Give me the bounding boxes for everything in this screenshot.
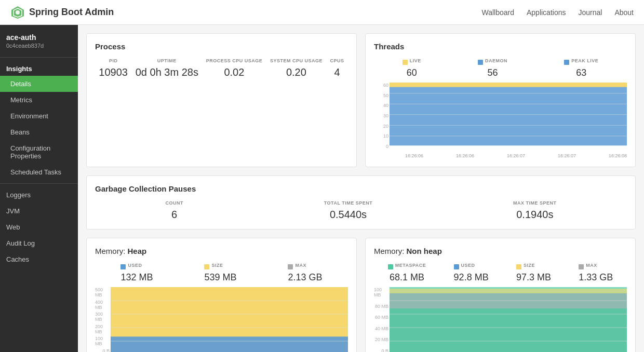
metric-uptime-value: 0d 0h 3m 28s: [136, 66, 198, 78]
metric-gc-max-label: MAX TIME SPENT: [513, 200, 557, 206]
heap-chart-svg: [111, 287, 348, 352]
threads-peak-label: PEAK LIVE: [571, 58, 598, 63]
heap-size-value: 539 MB: [204, 272, 236, 283]
metric-gc-total-value: 0.5440s: [324, 209, 373, 221]
heap-used-label: USED: [128, 263, 142, 268]
threads-y-axis: 60 50 40 30 20 10 0: [374, 83, 390, 149]
nonheap-metaspace: METASPACE 68.1 MB: [388, 263, 426, 283]
heap-used-dot: [120, 264, 126, 269]
nonheap-max: MAX 1.33 GB: [579, 263, 613, 283]
sidebar-item-config-props[interactable]: Configuration Properties: [0, 140, 78, 164]
sidebar-section-insights: Insights: [0, 58, 78, 76]
nonheap-metaspace-value: 68.1 MB: [388, 272, 426, 283]
heap-title-prefix: Memory:: [95, 247, 128, 255]
nonheap-legend: METASPACE 68.1 MB USED 92.8 MB SIZE: [374, 263, 627, 283]
sidebar-item-loggers[interactable]: Loggers: [0, 187, 78, 203]
gc-metrics: COUNT 6 TOTAL TIME SPENT 0.5440s MAX TIM…: [95, 200, 627, 221]
metric-process-cpu-value: 0.02: [206, 66, 263, 78]
nav-journal[interactable]: Journal: [578, 8, 602, 17]
nonheap-used-value: 92.8 MB: [454, 272, 489, 283]
sidebar: ace-auth 0c4ceaeb837d Insights Details M…: [0, 25, 78, 352]
brand: Spring Boot Admin: [10, 5, 114, 20]
heap-max: MAX 2.13 GB: [288, 263, 322, 283]
threads-daemon-value: 56: [478, 67, 507, 78]
card-gc: Garbage Collection Pauses COUNT 6 TOTAL …: [86, 175, 636, 229]
sidebar-item-scheduled-tasks[interactable]: Scheduled Tasks: [0, 164, 78, 180]
heap-y-axis: 500 MB 400 MB 300 MB 200 MB 100 MB 0 B: [95, 287, 111, 352]
sidebar-item-beans[interactable]: Beans: [0, 124, 78, 140]
sidebar-item-metrics[interactable]: Metrics: [0, 92, 78, 108]
threads-chart-wrap: 60 50 40 30 20 10 0: [374, 83, 627, 158]
nonheap-y-axis: 100 MB 80 MB 60 MB 40 MB 20 MB 0 B: [374, 287, 390, 352]
metric-system-cpu-label: SYSTEM CPU USAGE: [270, 58, 323, 63]
process-metrics: PID 10903 UPTIME 0d 0h 3m 28s PROCESS CP…: [95, 58, 348, 78]
metric-pid-label: PID: [99, 58, 128, 63]
sidebar-item-caches[interactable]: Caches: [0, 251, 78, 267]
sidebar-id: 0c4ceaeb837d: [6, 43, 72, 49]
card-nonheap: Memory: Non heap METASPACE 68.1 MB USED …: [365, 238, 636, 352]
sidebar-item-jvm[interactable]: JVM: [0, 203, 78, 219]
nav-about[interactable]: About: [614, 8, 634, 17]
sidebar-item-environment[interactable]: Environment: [0, 108, 78, 124]
heap-used: USED 132 MB: [120, 263, 153, 283]
heap-used-value: 132 MB: [120, 272, 153, 283]
threads-live-value: 60: [403, 67, 421, 78]
heap-size: SIZE 539 MB: [204, 263, 236, 283]
peak-dot: [564, 60, 569, 65]
nonheap-title: Memory: Non heap: [374, 247, 627, 255]
nonheap-chart-inner: 16:26:06 16:26:06 16:26:07 16:26:07 16:2…: [390, 287, 627, 352]
heap-chart-inner: 16:26:06 16:26:06 16:26:07 16:26:07 16:2…: [111, 287, 348, 352]
nonheap-chart-wrap: 100 MB 80 MB 60 MB 40 MB 20 MB 0 B: [374, 287, 627, 352]
layout: ace-auth 0c4ceaeb837d Insights Details M…: [0, 25, 644, 352]
metric-process-cpu: PROCESS CPU USAGE 0.02: [206, 58, 263, 78]
nonheap-size: SIZE 97.3 MB: [516, 263, 551, 283]
heap-title: Memory: Heap: [95, 247, 348, 255]
sidebar-item-audit-log[interactable]: Audit Log: [0, 235, 78, 251]
card-heap: Memory: Heap USED 132 MB SIZE 539 MB: [86, 238, 357, 352]
metric-gc-count: COUNT 6: [165, 200, 183, 221]
threads-live-label: LIVE: [410, 58, 421, 63]
nonheap-chart-svg: [390, 287, 627, 352]
process-title: Process: [95, 42, 348, 51]
nonheap-used-dot: [454, 264, 459, 269]
threads-chart-svg: [390, 83, 627, 150]
svg-rect-4: [390, 83, 627, 87]
nonheap-title-prefix: Memory:: [374, 247, 407, 255]
metric-gc-max-value: 0.1940s: [513, 209, 557, 221]
nonheap-size-label: SIZE: [524, 263, 535, 268]
sidebar-item-web[interactable]: Web: [0, 219, 78, 235]
card-threads: Threads LIVE 60 DAEMON 56: [365, 33, 636, 167]
metric-gc-total-label: TOTAL TIME SPENT: [324, 200, 373, 206]
metric-gc-count-value: 6: [165, 209, 183, 221]
heap-max-value: 2.13 GB: [288, 272, 322, 283]
heap-chart-wrap: 500 MB 400 MB 300 MB 200 MB 100 MB 0 B: [95, 287, 348, 352]
nonheap-max-value: 1.33 GB: [579, 272, 613, 283]
threads-peak: PEAK LIVE 63: [564, 58, 598, 78]
gc-title: Garbage Collection Pauses: [95, 184, 627, 193]
heap-size-label: SIZE: [211, 263, 223, 268]
nonheap-size-dot: [516, 264, 521, 269]
metric-pid: PID 10903: [99, 58, 128, 78]
sidebar-user: ace-auth 0c4ceaeb837d: [0, 25, 78, 58]
sidebar-username: ace-auth: [6, 33, 72, 42]
svg-rect-11: [111, 336, 348, 352]
brand-name: Spring Boot Admin: [29, 7, 114, 18]
daemon-dot: [478, 60, 483, 65]
heap-size-dot: [204, 264, 209, 269]
threads-live: LIVE 60: [403, 58, 421, 78]
nav-applications[interactable]: Applications: [527, 8, 566, 17]
nonheap-max-label: MAX: [586, 263, 597, 268]
metric-cpus: CPUS 4: [330, 58, 344, 78]
metric-cpus-label: CPUS: [330, 58, 344, 63]
top-nav: Spring Boot Admin Wallboard Applications…: [0, 0, 644, 25]
brand-icon: [10, 5, 25, 20]
svg-rect-19: [390, 308, 627, 352]
nav-wallboard[interactable]: Wallboard: [481, 8, 514, 17]
metric-process-cpu-label: PROCESS CPU USAGE: [206, 58, 263, 63]
sidebar-item-details[interactable]: Details: [0, 76, 78, 92]
metric-cpus-value: 4: [330, 66, 344, 78]
heap-legend: USED 132 MB SIZE 539 MB MAX 2: [95, 263, 348, 283]
heap-title-bold: Heap: [128, 247, 147, 255]
nonheap-used: USED 92.8 MB: [454, 263, 489, 283]
metric-system-cpu-value: 0.20: [270, 66, 323, 78]
